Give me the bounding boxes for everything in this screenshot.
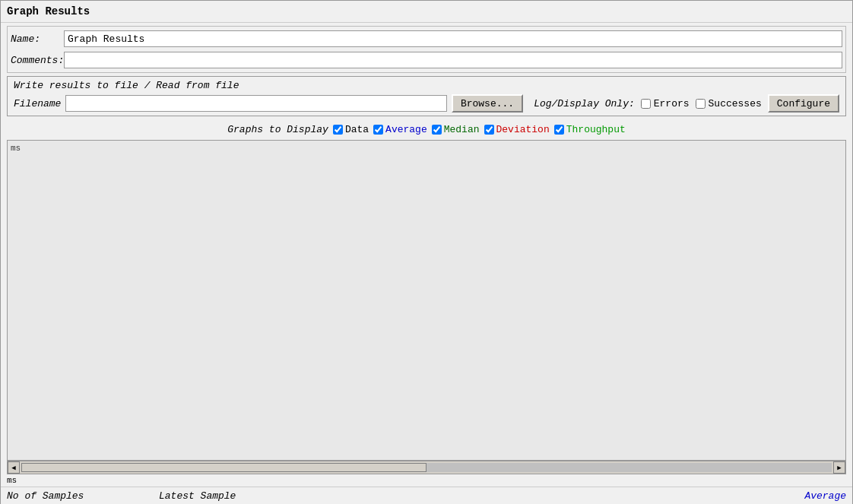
filename-label: Filename [14,98,61,109]
comments-input[interactable] [64,52,842,68]
no-of-samples-col: No of Samples [7,490,159,502]
latest-sample-label: Latest Sample [159,490,311,502]
scroll-right-button[interactable]: ▶ [833,461,845,474]
throughput-option: Throughput [554,124,626,135]
configure-button[interactable]: Configure [768,94,839,113]
successes-checkbox-group: Successes [696,98,762,109]
average-option: Average [373,124,427,135]
name-input[interactable] [64,30,842,47]
stats-section: No of Samples Latest Sample Average [1,487,852,504]
log-display-section: Log/Display Only: Errors Successes Confi… [534,94,839,113]
graphs-label: Graphs to Display [227,124,328,135]
average-label: Average [385,124,427,135]
window-title: Graph Results [7,5,90,17]
deviation-checkbox[interactable] [484,125,494,135]
scroll-thumb[interactable] [21,463,426,472]
latest-sample-col: Latest Sample [159,490,311,502]
main-window: Graph Results Name: Comments: Write resu… [0,0,853,504]
average-checkbox[interactable] [373,125,383,135]
name-row: Name: [11,28,842,49]
throughput-label: Throughput [566,124,626,135]
write-results-label: Write results to file / Read from file [14,80,839,91]
median-checkbox[interactable] [432,125,442,135]
scrollbar-row[interactable]: ◀ ▶ [7,461,846,474]
log-display-label: Log/Display Only: [534,98,635,109]
graph-canvas: ms [8,141,845,460]
median-label: Median [444,124,480,135]
name-label: Name: [11,33,64,45]
filename-input[interactable] [65,95,446,112]
data-checkbox[interactable] [333,125,343,135]
deviation-label: Deviation [496,124,550,135]
comments-row: Comments: [11,49,842,71]
browse-button[interactable]: Browse... [452,94,523,113]
data-label: Data [345,124,369,135]
throughput-checkbox[interactable] [554,125,564,135]
no-of-samples-label: No of Samples [7,490,159,502]
errors-label: Errors [654,98,690,109]
average-col: Average [311,490,846,502]
successes-checkbox[interactable] [696,99,706,109]
filename-row: Filename Browse... Log/Display Only: Err… [14,94,839,113]
name-comments-section: Name: Comments: [7,26,846,73]
errors-checkbox[interactable] [641,99,651,109]
median-option: Median [432,124,480,135]
successes-label: Successes [709,98,762,109]
deviation-option: Deviation [484,124,550,135]
graph-area-wrapper: ms [7,140,846,461]
y-label-top: ms [11,144,21,153]
errors-checkbox-group: Errors [641,98,690,109]
scroll-track[interactable] [21,463,832,472]
comments-label: Comments: [11,55,64,66]
write-results-section: Write results to file / Read from file F… [7,76,846,116]
average-stat-label: Average [311,490,846,502]
graphs-display-row: Graphs to Display Data Average Median De… [1,119,852,140]
bottom-labels-row: ms [1,474,852,487]
scroll-left-button[interactable]: ◀ [8,461,20,474]
data-option: Data [333,124,369,135]
ms-label-bottom: ms [7,476,52,485]
title-bar: Graph Results [1,1,852,23]
